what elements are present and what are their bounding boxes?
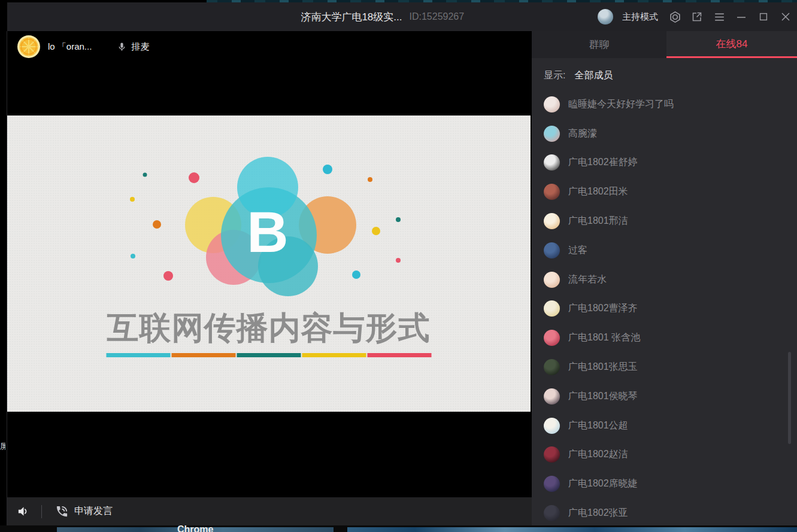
member-row[interactable]: 过客 [532,236,797,265]
member-row[interactable]: 流年若水 [532,265,797,294]
titlebar: 济南大学广电18级实... ID:15259267 主持模式 [7,2,797,31]
menu-icon[interactable] [713,10,726,23]
request-speak-icon[interactable] [55,504,69,518]
member-avatar [544,272,560,288]
member-avatar [544,300,560,317]
member-row[interactable]: 广电1802崔舒婷 [532,148,797,178]
member-row[interactable]: 广电1802张亚 [532,498,797,528]
member-avatar [544,418,560,434]
member-row[interactable]: 广电1802席晓婕 [532,469,797,498]
slide-artwork: B [7,115,531,412]
slide-letter: B [247,200,288,264]
slide-underline-segment [367,353,431,357]
member-avatar [544,126,560,142]
member-list: 瞌睡婕今天好好学习了吗 高腕濛 广电1802崔舒婷 广电1802田米 广电180… [532,90,797,528]
minimize-icon[interactable] [735,10,748,23]
member-row[interactable]: 广电1802曹泽齐 [532,294,797,324]
member-name: 广电1802曹泽齐 [568,302,638,315]
mic-queue-button[interactable]: 排麦 [117,41,149,53]
settings-icon[interactable] [668,10,681,23]
slide-underline-segment [106,353,170,357]
member-name: 过客 [568,244,587,257]
sidebar-tabs: 群聊 在线84 [532,31,797,58]
close-icon[interactable] [779,10,792,23]
wallpaper-fragment [347,527,797,532]
member-row[interactable]: 广电1802田米 [532,177,797,206]
background-window-text: Chrome [177,524,213,532]
member-name: 广电1802田米 [568,186,628,198]
member-name: 广电1801侯晓琴 [568,390,638,403]
orange-avatar [17,35,41,59]
member-row[interactable]: 广电1801侯晓琴 [532,382,797,411]
bottom-toolbar: 申请发言 [7,497,532,525]
member-name: 广电1801邢洁 [568,215,628,227]
streamer-name: lo 「oran... [48,41,92,53]
member-row[interactable]: 广电1801公超 [532,411,797,440]
member-avatar [544,446,560,463]
member-name: 广电1802席晓婕 [568,478,638,490]
speaker-icon[interactable] [17,504,31,518]
video-stage: lo 「oran... 排麦 B [7,31,532,497]
background-window-edge-text: 屏 [0,441,5,453]
member-name: 广电1802崔舒婷 [568,156,638,169]
member-row[interactable]: 广电1802赵洁 [532,440,797,470]
room-id: ID:15259267 [409,11,464,22]
member-avatar [544,505,560,521]
filter-label: 显示: [544,69,565,82]
member-name: 广电1802张亚 [568,507,628,519]
member-name: 流年若水 [568,273,607,286]
member-avatar [544,476,560,492]
member-list-scrollbar[interactable] [788,352,791,444]
member-avatar [544,330,560,346]
member-avatar [544,242,560,259]
slide-title: 互联网传播内容与形式 [7,307,531,350]
member-avatar [544,213,560,229]
streamer-info: lo 「oran... 排麦 [17,35,149,59]
member-avatar [544,359,560,375]
member-name: 广电1801 张含池 [568,332,640,344]
slide-underline-segment [237,353,301,357]
member-row[interactable]: 瞌睡婕今天好好学习了吗 [532,90,797,119]
member-name: 广电1802赵洁 [568,448,628,461]
maximize-icon[interactable] [757,10,770,23]
filter-value-dropdown[interactable]: 全部成员 [574,69,613,82]
member-avatar [544,388,560,405]
member-name: 广电1801公超 [568,419,628,432]
titlebar-center: 济南大学广电18级实... ID:15259267 [301,2,464,31]
tab-online-members[interactable]: 在线84 [666,31,797,58]
popout-icon[interactable] [690,10,704,23]
member-row[interactable]: 高腕濛 [532,119,797,148]
host-mode-label[interactable]: 主持模式 [622,11,658,23]
tab-group-chat[interactable]: 群聊 [532,31,666,58]
user-avatar[interactable] [598,9,613,25]
window-left-edge [7,31,7,525]
member-avatar [544,184,560,200]
slide-underline-segment [171,353,235,357]
sidebar: 群聊 在线84 显示: 全部成员 瞌睡婕今天好好学习了吗 高腕濛 广电1802崔… [532,31,797,525]
request-speak-label[interactable]: 申请发言 [74,505,113,518]
desktop-strip [0,525,797,532]
member-row[interactable]: 广电1801 张含池 [532,323,797,352]
member-row[interactable]: 广电1801张思玉 [532,352,797,382]
slide-underline-segment [302,353,366,357]
member-avatar [544,96,560,113]
slide-underline [106,353,431,357]
member-name: 高腕濛 [568,127,597,140]
window-title: 济南大学广电18级实... [301,10,402,24]
microphone-icon [117,42,127,52]
member-avatar [544,154,560,171]
toolbar-divider [41,505,42,518]
member-name: 广电1801张思玉 [568,361,638,373]
member-name: 瞌睡婕今天好好学习了吗 [568,98,674,111]
titlebar-controls: 主持模式 [598,2,792,31]
member-filter: 显示: 全部成员 [544,69,613,82]
presentation-slide: B 互联网传播内容与形式 [7,115,531,412]
member-row[interactable]: 广电1801邢洁 [532,206,797,236]
mic-queue-label: 排麦 [131,41,149,53]
